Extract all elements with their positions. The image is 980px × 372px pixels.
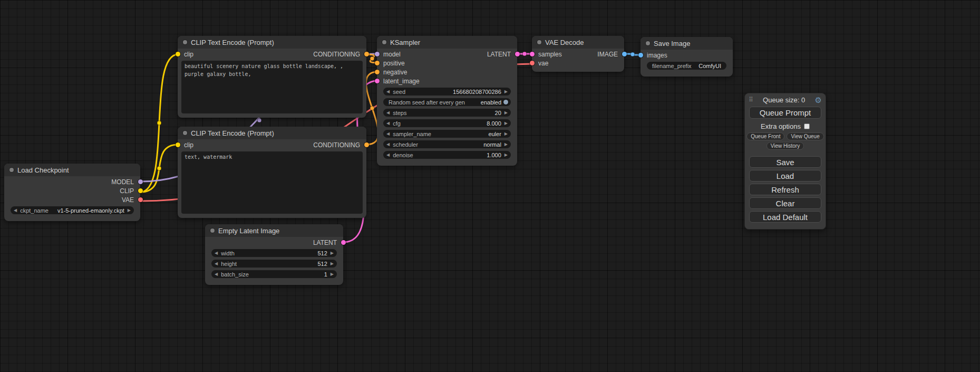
input-port-negative[interactable] xyxy=(375,70,380,74)
extra-options-checkbox[interactable] xyxy=(804,123,810,129)
output-port-clip[interactable] xyxy=(138,188,143,193)
increment-arrow-icon[interactable]: ▶ xyxy=(128,208,131,213)
queue-front-button[interactable]: Queue Front xyxy=(746,132,784,140)
settings-gear-icon[interactable]: ⚙ xyxy=(815,96,822,104)
clear-button[interactable]: Clear xyxy=(749,197,821,209)
queue-prompt-button[interactable]: Queue Prompt xyxy=(749,107,821,119)
widget-cfg[interactable]: ◀ cfg 8.000 ▶ xyxy=(383,119,511,127)
node-title: CLIP Text Encode (Prompt) xyxy=(191,129,274,137)
increment-arrow-icon[interactable]: ▶ xyxy=(504,132,508,136)
node-clip-text-encode-positive[interactable]: CLIP Text Encode (Prompt) clip CONDITION… xyxy=(178,36,366,118)
node-load-checkpoint[interactable]: Load Checkpoint MODEL CLIP VAE ◀ ckpt_na… xyxy=(4,164,140,221)
widget-name: ckpt_name xyxy=(20,207,48,214)
decrement-arrow-icon[interactable]: ◀ xyxy=(386,153,390,157)
view-queue-button[interactable]: View Queue xyxy=(787,132,823,140)
input-port-clip[interactable] xyxy=(176,142,180,147)
node-ksampler[interactable]: KSampler model LATENT positive negative … xyxy=(377,36,517,166)
decrement-arrow-icon[interactable]: ◀ xyxy=(215,262,218,266)
increment-arrow-icon[interactable]: ▶ xyxy=(504,90,508,94)
input-label-model: model xyxy=(383,51,401,58)
node-titlebar[interactable]: Empty Latent Image xyxy=(205,224,343,237)
widget-name: width xyxy=(221,250,235,256)
widget-name: batch_size xyxy=(221,271,249,278)
node-titlebar[interactable]: VAE Decode xyxy=(532,36,624,49)
slot-row: LATENT xyxy=(205,238,343,247)
view-history-button[interactable]: View History xyxy=(766,142,804,150)
node-save-image[interactable]: Save Image images filename_prefix ComfyU… xyxy=(641,37,733,77)
output-port-model[interactable] xyxy=(138,179,143,184)
toggle-dot-icon[interactable] xyxy=(503,100,508,104)
widget-denoise[interactable]: ◀ denoise 1.000 ▶ xyxy=(383,151,511,159)
increment-arrow-icon[interactable]: ▶ xyxy=(331,262,334,266)
input-port-samples[interactable] xyxy=(530,52,535,56)
node-titlebar[interactable]: Save Image xyxy=(641,37,733,50)
output-label-latent: LATENT xyxy=(487,51,511,58)
node-titlebar[interactable]: CLIP Text Encode (Prompt) xyxy=(178,36,366,49)
widget-scheduler[interactable]: ◀ scheduler normal ▶ xyxy=(383,140,511,148)
prompt-textarea[interactable]: beautiful scenery nature glass bottle la… xyxy=(181,61,363,113)
widget-random-seed-toggle[interactable]: Random seed after every gen enabled xyxy=(383,98,511,106)
link-midpoint-dot xyxy=(157,121,161,125)
input-port-positive[interactable] xyxy=(375,61,380,65)
output-port-latent[interactable] xyxy=(341,240,346,245)
load-default-button[interactable]: Load Default xyxy=(749,211,821,223)
node-clip-text-encode-negative[interactable]: CLIP Text Encode (Prompt) clip CONDITION… xyxy=(178,127,366,218)
extra-options-label: Extra options xyxy=(761,122,801,130)
widget-steps[interactable]: ◀ steps 20 ▶ xyxy=(383,109,511,117)
node-empty-latent-image[interactable]: Empty Latent Image LATENT ◀ width 512 ▶ … xyxy=(205,224,343,285)
decrement-arrow-icon[interactable]: ◀ xyxy=(386,142,390,147)
decrement-arrow-icon[interactable]: ◀ xyxy=(386,111,390,115)
collapse-dot-icon[interactable] xyxy=(9,168,14,172)
output-port-image[interactable] xyxy=(622,52,627,56)
drag-handle-icon[interactable]: ⠿ xyxy=(749,96,753,103)
output-port-conditioning[interactable] xyxy=(364,142,369,147)
output-port-conditioning[interactable] xyxy=(364,52,369,56)
prompt-textarea[interactable]: text, watermark xyxy=(181,151,363,214)
collapse-dot-icon[interactable] xyxy=(183,40,187,44)
decrement-arrow-icon[interactable]: ◀ xyxy=(14,208,17,213)
input-port-latent-image[interactable] xyxy=(375,79,380,83)
increment-arrow-icon[interactable]: ▶ xyxy=(331,251,334,255)
widget-filename-prefix[interactable]: filename_prefix ComfyUI xyxy=(647,62,726,70)
collapse-dot-icon[interactable] xyxy=(382,40,386,44)
collapse-dot-icon[interactable] xyxy=(210,228,215,233)
node-titlebar[interactable]: CLIP Text Encode (Prompt) xyxy=(178,127,366,139)
increment-arrow-icon[interactable]: ▶ xyxy=(504,153,508,157)
link-midpoint-dot xyxy=(370,106,374,110)
node-vae-decode[interactable]: VAE Decode samples IMAGE vae xyxy=(532,36,624,72)
node-title: Save Image xyxy=(654,40,690,47)
widget-width[interactable]: ◀ width 512 ▶ xyxy=(211,249,337,257)
increment-arrow-icon[interactable]: ▶ xyxy=(504,121,508,126)
widget-seed[interactable]: ◀ seed 156680208700286 ▶ xyxy=(383,88,511,96)
decrement-arrow-icon[interactable]: ◀ xyxy=(386,90,390,94)
widget-batch-size[interactable]: ◀ batch_size 1 ▶ xyxy=(211,270,337,278)
decrement-arrow-icon[interactable]: ◀ xyxy=(215,272,218,276)
slot-row: MODEL xyxy=(4,177,140,186)
widget-name: cfg xyxy=(393,120,401,127)
output-port-vae[interactable] xyxy=(138,197,143,202)
increment-arrow-icon[interactable]: ▶ xyxy=(504,142,508,147)
increment-arrow-icon[interactable]: ▶ xyxy=(331,272,334,276)
input-port-vae[interactable] xyxy=(530,61,535,65)
widget-height[interactable]: ◀ height 512 ▶ xyxy=(211,260,337,268)
collapse-dot-icon[interactable] xyxy=(537,40,541,44)
graph-canvas[interactable]: Load Checkpoint MODEL CLIP VAE ◀ ckpt_na… xyxy=(0,0,980,372)
decrement-arrow-icon[interactable]: ◀ xyxy=(386,132,390,136)
input-port-clip[interactable] xyxy=(176,52,180,56)
widget-ckpt-name[interactable]: ◀ ckpt_name v1-5-pruned-emaonly.ckpt ▶ xyxy=(11,206,134,214)
input-port-images[interactable] xyxy=(638,53,643,58)
node-titlebar[interactable]: KSampler xyxy=(377,36,517,49)
collapse-dot-icon[interactable] xyxy=(646,41,650,45)
decrement-arrow-icon[interactable]: ◀ xyxy=(386,121,390,126)
collapse-dot-icon[interactable] xyxy=(183,131,187,135)
increment-arrow-icon[interactable]: ▶ xyxy=(504,111,508,115)
input-port-model[interactable] xyxy=(375,52,380,56)
widget-sampler-name[interactable]: ◀ sampler_name euler ▶ xyxy=(383,130,511,138)
refresh-button[interactable]: Refresh xyxy=(749,184,821,195)
save-button[interactable]: Save xyxy=(749,156,821,168)
node-titlebar[interactable]: Load Checkpoint xyxy=(4,164,140,176)
load-button[interactable]: Load xyxy=(749,170,821,182)
output-label-clip: CLIP xyxy=(120,187,134,195)
output-port-latent[interactable] xyxy=(515,52,520,56)
decrement-arrow-icon[interactable]: ◀ xyxy=(215,251,218,255)
